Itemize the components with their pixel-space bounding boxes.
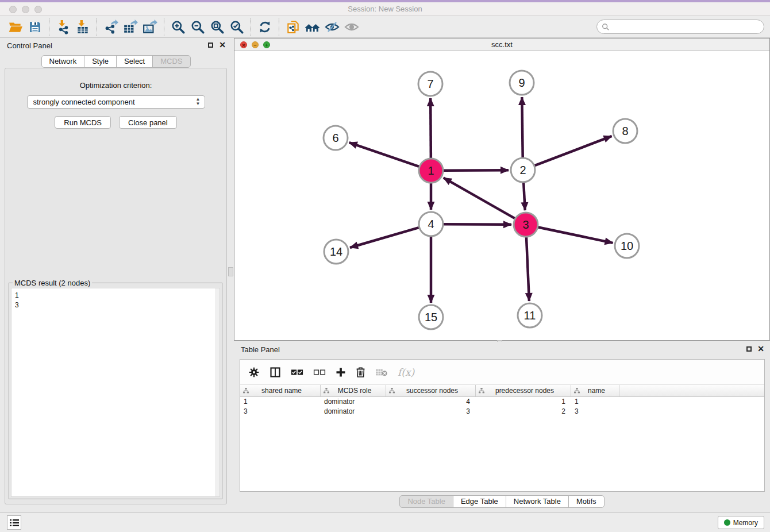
tab-edge-table[interactable]: Edge Table [453, 495, 506, 508]
export-table-icon [123, 20, 138, 34]
zoom-selected-button[interactable] [227, 18, 247, 36]
graph-node-label-4: 4 [428, 218, 434, 230]
save-session-button[interactable] [25, 18, 45, 36]
close-panel-icon[interactable]: ✕ [219, 41, 226, 48]
run-mcds-button[interactable]: Run MCDS [55, 116, 111, 129]
double-home-icon [305, 20, 321, 34]
table-row[interactable]: 3dominator323 [240, 407, 764, 417]
graph-edge-4-3[interactable] [444, 224, 511, 225]
graph-edge-1-7[interactable] [430, 98, 431, 158]
table-cell[interactable]: 1 [476, 397, 571, 407]
window-titlebar[interactable]: Session: New Session [0, 2, 770, 16]
checked-boxes-icon [291, 368, 303, 376]
graph-edge-3-11[interactable] [526, 237, 529, 301]
export-network-button[interactable] [101, 18, 121, 36]
close-panel-button[interactable]: Close panel [119, 116, 177, 129]
column-header-MCDS-role[interactable]: MCDS role [321, 385, 386, 396]
toolbar-separator [164, 18, 164, 36]
memory-button[interactable]: Memory [718, 516, 764, 529]
table-cell[interactable]: dominator [321, 407, 386, 417]
column-header-predecessor-nodes[interactable]: predecessor nodes [476, 385, 571, 396]
panel-splitter-handle[interactable] [228, 267, 233, 276]
tab-network-table[interactable]: Network Table [506, 495, 569, 508]
tab-select[interactable]: Select [116, 55, 153, 68]
graph-edge-2-9[interactable] [522, 97, 522, 157]
tab-node-table[interactable]: Node Table [399, 495, 453, 508]
network-window-titlebar[interactable]: ✕ − + scc.txt [234, 38, 769, 51]
column-header-name[interactable]: name [571, 385, 619, 396]
select-all-button[interactable] [291, 368, 303, 376]
add-row-button[interactable] [336, 367, 346, 377]
zoom-out-icon [190, 20, 205, 34]
delete-table-icon [375, 368, 388, 377]
graph-edge-2-8[interactable] [535, 136, 612, 165]
table-cell[interactable]: 1 [240, 397, 321, 407]
refresh-view-button[interactable] [255, 18, 275, 36]
tab-motifs[interactable]: Motifs [568, 495, 605, 508]
eye-icon [344, 20, 360, 34]
import-table-button[interactable] [73, 18, 93, 36]
show-graphics-details-button[interactable] [342, 18, 361, 36]
mcds-result-group: MCDS result (2 nodes) 13 [9, 283, 222, 499]
table-cell[interactable]: 2 [476, 407, 571, 417]
zoom-in-icon [171, 20, 186, 34]
delete-table-button[interactable] [375, 368, 388, 377]
table-cell[interactable]: 3 [571, 407, 619, 417]
export-image-button[interactable] [140, 18, 160, 36]
task-history-button[interactable] [7, 515, 21, 530]
table-cell[interactable]: 4 [386, 397, 476, 407]
tab-style[interactable]: Style [84, 55, 117, 68]
result-scrollbar[interactable] [215, 288, 220, 496]
export-table-button[interactable] [121, 18, 140, 36]
table-row[interactable]: 1dominator411 [240, 397, 764, 407]
graph-node-label-6: 6 [332, 132, 338, 144]
import-network-button[interactable] [53, 18, 73, 36]
mcds-result-textarea[interactable]: 13 [11, 288, 220, 497]
graph-edge-3-1[interactable] [444, 178, 515, 218]
open-session-button[interactable] [6, 18, 25, 36]
close-table-panel-icon[interactable]: ✕ [757, 345, 764, 352]
dropdown-chevrons-icon: ▲▼ [196, 97, 201, 106]
open-in-cybrowser-button[interactable] [303, 18, 322, 36]
float-table-panel-icon[interactable] [746, 346, 752, 352]
toggle-columns-button[interactable] [270, 367, 281, 378]
zoom-out-button[interactable] [188, 18, 207, 36]
zoom-fit-icon [210, 20, 225, 34]
table-cell[interactable]: 3 [240, 407, 321, 417]
table-header-row: shared nameMCDS rolesuccessor nodesprede… [240, 385, 764, 397]
clone-network-button[interactable] [283, 18, 303, 36]
graph-edge-1-6[interactable] [349, 142, 419, 167]
toolbar-separator [251, 18, 251, 36]
zoom-fit-button[interactable] [207, 18, 227, 36]
hide-graphics-details-button[interactable] [322, 18, 342, 36]
deselect-all-button[interactable] [313, 368, 326, 376]
float-panel-icon[interactable] [208, 43, 213, 48]
column-header-successor-nodes[interactable]: successor nodes [386, 385, 476, 396]
main-toolbar [0, 16, 770, 38]
graph-edge-1-2[interactable] [444, 170, 509, 171]
table-cell[interactable]: 3 [386, 407, 476, 417]
graph-node-label-8: 8 [622, 125, 628, 137]
criterion-dropdown[interactable]: strongly connected component ▲▼ [27, 95, 205, 109]
search-field[interactable] [596, 20, 764, 34]
graph-edge-2-3[interactable] [523, 183, 525, 210]
network-canvas[interactable]: 1234678910111415 [234, 51, 769, 340]
status-bar: Memory [0, 512, 770, 532]
column-header-shared-name[interactable]: shared name [240, 385, 321, 396]
mcds-tab-content: Optimization criterion: strongly connect… [5, 68, 227, 504]
table-cell[interactable]: dominator [321, 397, 386, 407]
delete-row-button[interactable] [356, 367, 365, 377]
graph-edge-3-10[interactable] [538, 228, 613, 243]
table-panel-title: Table Panel [241, 345, 280, 354]
application-window: Session: New Session [0, 0, 770, 532]
zoom-in-button[interactable] [168, 18, 188, 36]
result-line: 1 [15, 291, 216, 300]
tab-mcds[interactable]: MCDS [152, 55, 190, 68]
tab-network[interactable]: Network [41, 55, 84, 68]
search-input[interactable] [612, 21, 764, 33]
function-builder-button[interactable]: f(x) [398, 367, 414, 378]
table-cell[interactable]: 1 [571, 397, 619, 407]
graph-edge-4-14[interactable] [350, 228, 419, 248]
settings-gear-button[interactable] [248, 367, 260, 378]
open-folder-icon [8, 20, 23, 34]
